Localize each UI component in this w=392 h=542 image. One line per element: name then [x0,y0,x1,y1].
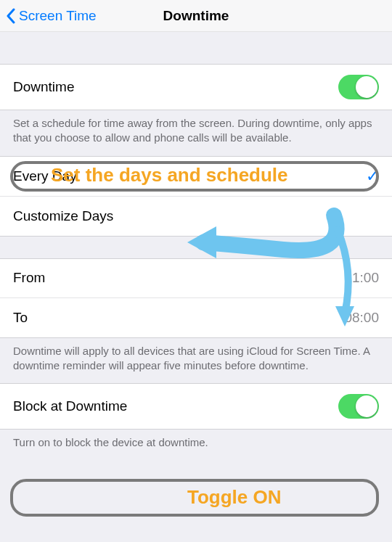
from-value: 21:00 [344,270,379,286]
customize-days-label: Customize Days [13,208,113,224]
block-label: Block at Downtime [13,398,127,414]
spacer [0,32,392,64]
toggle-knob [356,395,377,417]
to-row[interactable]: To 08:00 [0,298,392,337]
from-label: From [13,270,45,286]
annotation-toggle-text: Toggle ON [187,486,282,509]
block-section: Block at Downtime [0,383,392,430]
from-row[interactable]: From 21:00 [0,259,392,298]
downtime-label: Downtime [13,79,74,95]
page-title: Downtime [163,8,229,24]
block-description: Turn on to block the device at downtime. [0,430,392,460]
to-value: 08:00 [344,310,379,326]
toggle-knob [356,76,377,98]
annotation-capsule-toggle [10,479,379,517]
schedule-section: Every Day ✓ Customize Days [0,156,392,237]
block-toggle[interactable] [338,394,379,419]
back-label: Screen Time [19,8,97,24]
downtime-toggle[interactable] [338,75,379,99]
customize-days-row[interactable]: Customize Days [0,197,392,236]
back-button[interactable]: Screen Time [0,8,97,24]
downtime-description: Set a schedule for time away from the sc… [0,110,392,156]
to-label: To [13,310,28,326]
block-row: Block at Downtime [0,384,392,429]
spacer [0,237,392,258]
time-section: From 21:00 To 08:00 [0,258,392,338]
chevron-left-icon [6,8,16,24]
every-day-label: Every Day [13,168,77,184]
downtime-toggle-section: Downtime [0,64,392,110]
time-description: Downtime will apply to all devices that … [0,338,392,384]
navbar: Screen Time Downtime [0,0,392,32]
checkmark-icon: ✓ [366,167,379,186]
every-day-row[interactable]: Every Day ✓ [0,157,392,197]
downtime-toggle-row: Downtime [0,65,392,110]
